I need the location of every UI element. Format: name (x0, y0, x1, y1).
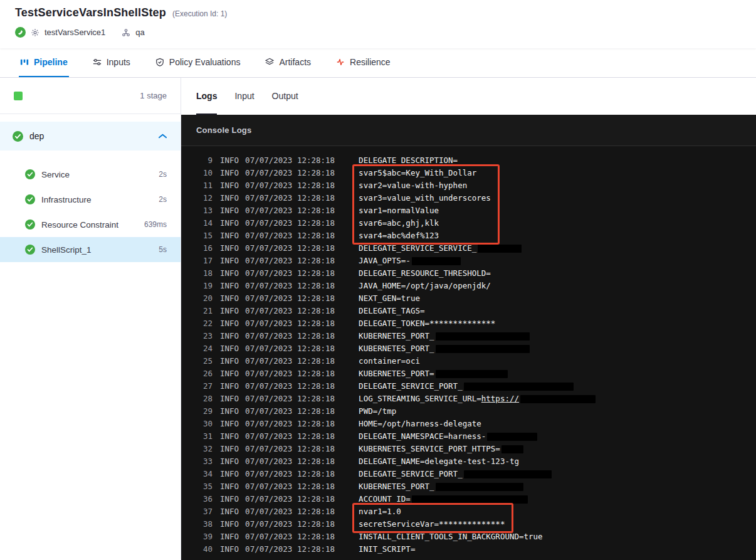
success-check-icon (25, 219, 35, 230)
console-header: Console Logs (181, 115, 756, 146)
log-message: svar6=abc,ghj,klk (359, 217, 439, 230)
log-message: LOG_STREAMING_SERVICE_URL=https:// (359, 393, 596, 405)
log-message: DELEGATE_SERVICE_SERVICE_ (359, 242, 522, 255)
log-row: 15INFO07/07/2023 12:28:18svar4=abc%def%1… (181, 230, 756, 242)
log-link[interactable]: https:// (481, 394, 519, 403)
redacted-value (436, 370, 508, 378)
log-message: DELEGATE_TAGS= (359, 305, 424, 317)
log-message: KUBERNETES_PORT_ (359, 480, 523, 493)
log-timestamp: 07/07/2023 12:28:18 (245, 430, 335, 443)
log-timestamp: 07/07/2023 12:28:18 (245, 518, 335, 531)
header: TestServiceVarsInShellStep (Execution Id… (0, 0, 756, 48)
page-title: TestServiceVarsInShellStep (15, 6, 166, 19)
log-row: 27INFO07/07/2023 12:28:18DELEGATE_SERVIC… (181, 380, 756, 393)
log-level: INFO (220, 418, 239, 430)
step-item-shellscript_1[interactable]: ShellScript_15s (0, 237, 181, 262)
log-row: 19INFO07/07/2023 12:28:18JAVA_HOME=/opt/… (181, 280, 756, 292)
log-timestamp: 07/07/2023 12:28:18 (245, 217, 335, 230)
tab-pipeline[interactable]: Pipeline (19, 48, 69, 77)
log-row: 18INFO07/07/2023 12:28:18DELEGATE_RESOUR… (181, 267, 756, 280)
log-row: 16INFO07/07/2023 12:28:18DELEGATE_SERVIC… (181, 242, 756, 255)
log-row: 14INFO07/07/2023 12:28:18svar6=abc,ghj,k… (181, 217, 756, 230)
redacted-value (436, 345, 530, 353)
log-message: svar5$abc=Key_With_Dollar (359, 167, 476, 179)
stage-group-dep[interactable]: dep (0, 122, 181, 151)
redacted-value (501, 445, 523, 453)
log-row: 32INFO07/07/2023 12:28:18KUBERNETES_SERV… (181, 443, 756, 455)
redacted-value (520, 395, 596, 403)
log-rows: 9INFO07/07/2023 12:28:18DELEGATE_DESCRIP… (181, 146, 756, 556)
log-tab-input[interactable]: Input (234, 78, 254, 115)
log-row: 34INFO07/07/2023 12:28:18DELEGATE_SERVIC… (181, 468, 756, 480)
log-message: svar1=normalValue (359, 204, 439, 217)
log-tab-logs[interactable]: Logs (196, 78, 217, 115)
log-level: INFO (220, 518, 239, 531)
line-number: 15 (196, 230, 213, 242)
line-number: 39 (196, 531, 213, 543)
log-row: 38INFO07/07/2023 12:28:18secretServiceVa… (181, 518, 756, 531)
log-level: INFO (220, 317, 239, 330)
log-row: 21INFO07/07/2023 12:28:18DELEGATE_TAGS= (181, 305, 756, 317)
execution-id: (Execution Id: 1) (172, 9, 227, 18)
log-timestamp: 07/07/2023 12:28:18 (245, 443, 335, 455)
log-row: 10INFO07/07/2023 12:28:18svar5$abc=Key_W… (181, 167, 756, 179)
log-message: DELEGATE_SERVICE_PORT_ (359, 468, 552, 480)
line-number: 30 (196, 418, 213, 430)
redacted-value (478, 245, 522, 253)
log-row: 20INFO07/07/2023 12:28:18NEXT_GEN=true (181, 292, 756, 305)
line-number: 17 (196, 255, 213, 267)
log-level: INFO (220, 192, 239, 204)
environment-name[interactable]: qa (135, 28, 144, 37)
line-number: 40 (196, 543, 213, 556)
line-number: 18 (196, 267, 213, 280)
log-message: JAVA_OPTS=- (359, 255, 461, 267)
stage-header: 1 stage (0, 78, 181, 114)
chevron-up-icon[interactable] (159, 134, 167, 139)
log-level: INFO (220, 405, 239, 418)
policy-evaluations-icon (155, 58, 164, 66)
line-number: 36 (196, 493, 213, 505)
line-number: 20 (196, 292, 213, 305)
log-timestamp: 07/07/2023 12:28:18 (245, 531, 335, 543)
redacted-value (487, 433, 537, 441)
line-number: 26 (196, 367, 213, 380)
log-timestamp: 07/07/2023 12:28:18 (245, 330, 335, 342)
log-row: 24INFO07/07/2023 12:28:18KUBERNETES_PORT… (181, 342, 756, 355)
gear-icon (31, 28, 39, 37)
console: Console Logs 9INFO07/07/2023 12:28:18DEL… (181, 115, 756, 560)
redacted-value (412, 495, 528, 504)
step-item-infrastructure[interactable]: Infrastructure2s (0, 187, 181, 212)
log-message: container=oci (359, 355, 420, 367)
log-message: svar2=value-with-hyphen (359, 179, 467, 192)
log-timestamp: 07/07/2023 12:28:18 (245, 355, 335, 367)
log-level: INFO (220, 367, 239, 380)
tab-label: Artifacts (279, 57, 311, 67)
success-check-icon (13, 131, 23, 142)
line-number: 34 (196, 468, 213, 480)
log-level: INFO (220, 430, 239, 443)
step-duration: 5s (159, 245, 167, 254)
success-check-icon (25, 194, 35, 204)
log-timestamp: 07/07/2023 12:28:18 (245, 380, 335, 393)
tab-artifacts[interactable]: Artifacts (264, 48, 312, 77)
step-item-service[interactable]: Service2s (0, 162, 181, 187)
log-row: 36INFO07/07/2023 12:28:18ACCOUNT_ID= (181, 493, 756, 505)
success-check-icon (25, 169, 35, 179)
log-level: INFO (220, 204, 239, 217)
log-row: 12INFO07/07/2023 12:28:18svar3=value_wit… (181, 192, 756, 204)
tab-label: Pipeline (34, 57, 68, 67)
line-number: 12 (196, 192, 213, 204)
log-message: ACCOUNT_ID= (359, 493, 528, 505)
log-tab-output[interactable]: Output (272, 78, 298, 115)
log-timestamp: 07/07/2023 12:28:18 (245, 267, 335, 280)
service-name[interactable]: testVarsService1 (45, 28, 105, 37)
tab-policy-evaluations[interactable]: Policy Evaluations (154, 48, 242, 77)
redacted-value (436, 332, 530, 341)
tab-resilience[interactable]: Resilience (335, 48, 392, 77)
log-level: INFO (220, 255, 239, 267)
log-timestamp: 07/07/2023 12:28:18 (245, 480, 335, 493)
log-row: 22INFO07/07/2023 12:28:18DELEGATE_TOKEN=… (181, 317, 756, 330)
log-timestamp: 07/07/2023 12:28:18 (245, 292, 335, 305)
tab-inputs[interactable]: Inputs (92, 48, 132, 77)
step-item-resource-constraint[interactable]: Resource Constraint639ms (0, 212, 181, 237)
